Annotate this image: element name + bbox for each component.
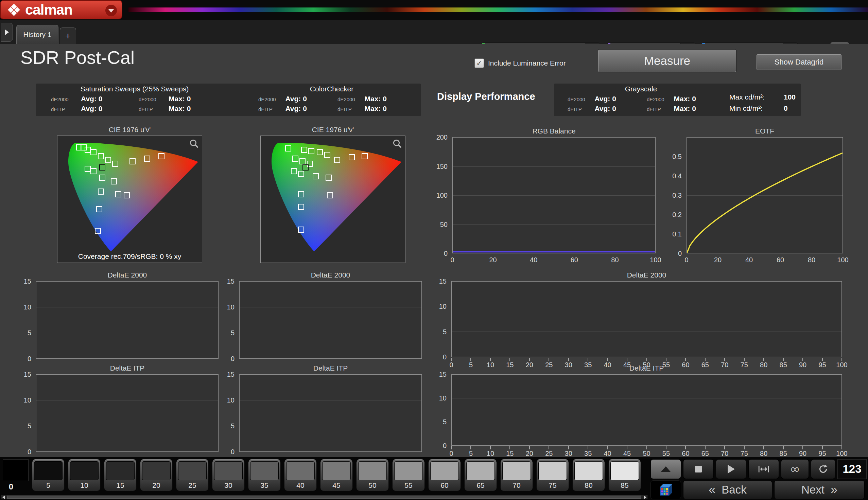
pattern-step-button[interactable]: 40 bbox=[284, 459, 317, 491]
x-tick-mark bbox=[627, 446, 627, 450]
x-tick-label: 30 bbox=[565, 450, 572, 457]
pattern-step-button[interactable]: 25 bbox=[176, 459, 209, 491]
deitp-colorchecker-title: DeltaE ITP bbox=[239, 364, 422, 373]
gridline bbox=[452, 422, 842, 422]
stop-button[interactable] bbox=[683, 459, 714, 479]
tab-history-1[interactable]: History 1 bbox=[16, 25, 58, 44]
zoom-button[interactable] bbox=[392, 139, 402, 149]
scrollbar-thumb[interactable] bbox=[7, 496, 641, 499]
y-tick-label: 15 bbox=[227, 277, 235, 285]
main-menu-arrow-button[interactable] bbox=[105, 5, 117, 16]
pattern-step-0-swatch[interactable] bbox=[3, 459, 29, 481]
x-tick-label: 80 bbox=[611, 256, 619, 264]
max-cd-label: Max cd/m²: bbox=[729, 93, 784, 101]
play-button[interactable] bbox=[716, 459, 746, 479]
expand-right-icon bbox=[5, 29, 9, 35]
x-tick-mark bbox=[842, 358, 842, 361]
measure-button[interactable]: Measure bbox=[598, 49, 736, 72]
eotf-x-axis: 020406080100 bbox=[687, 255, 843, 266]
show-datagrid-button[interactable]: Show Datagrid bbox=[756, 54, 842, 70]
y-tick-label: 10 bbox=[439, 394, 447, 402]
pattern-step-swatch bbox=[502, 461, 531, 480]
horizontal-scrollbar[interactable] bbox=[1, 495, 648, 499]
x-tick-mark bbox=[509, 358, 510, 361]
pattern-step-button[interactable]: 15 bbox=[104, 459, 137, 491]
cie-gamut-horseshoe bbox=[261, 136, 405, 263]
pattern-step-label: 60 bbox=[430, 480, 459, 489]
scroll-left-button[interactable] bbox=[1, 496, 6, 499]
measurement-target-marker bbox=[98, 153, 104, 159]
pattern-step-swatch bbox=[34, 461, 63, 480]
metric-value: Max: 0 bbox=[169, 105, 226, 113]
x-tick-mark bbox=[744, 358, 745, 361]
x-tick-mark bbox=[529, 358, 530, 361]
pattern-step-button[interactable]: 45 bbox=[320, 459, 353, 491]
pattern-panel-expand-button[interactable] bbox=[651, 459, 681, 479]
x-tick-label: 40 bbox=[745, 256, 753, 264]
grayscale-stats-group: Grayscale dE2000 Avg: 0 dE2000 Max: 0 dE… bbox=[556, 83, 726, 113]
pattern-step-button[interactable]: 35 bbox=[248, 459, 281, 491]
min-luminance-row: Min cd/m²: 0 bbox=[729, 104, 796, 112]
y-tick-label: 5 bbox=[27, 422, 31, 430]
pattern-step-label: 15 bbox=[106, 480, 135, 489]
pattern-step-button[interactable]: 20 bbox=[140, 459, 173, 491]
pattern-step-button[interactable]: 80 bbox=[572, 459, 605, 491]
x-tick-mark bbox=[783, 446, 784, 450]
pattern-step-label: 70 bbox=[502, 480, 531, 489]
pattern-step-button[interactable]: 5 bbox=[32, 459, 65, 491]
include-luminance-checkbox-row[interactable]: ✓ Include Luminance Error bbox=[474, 58, 566, 68]
pattern-step-button[interactable]: 60 bbox=[428, 459, 461, 491]
saturation-stats-group: Saturation Sweeps (25% Sweeps) dE2000 Av… bbox=[40, 83, 230, 113]
y-tick-label: 0 bbox=[443, 353, 447, 361]
x-tick-label: 60 bbox=[682, 450, 689, 457]
pattern-step-button[interactable]: 85 bbox=[608, 459, 641, 491]
rgb-balance-chart bbox=[452, 137, 656, 253]
x-tick-label: 20 bbox=[489, 256, 497, 264]
pattern-step-swatch bbox=[286, 461, 315, 480]
x-tick-label: 20 bbox=[526, 450, 533, 457]
zoom-button[interactable] bbox=[189, 139, 199, 149]
pattern-step-button[interactable]: 65 bbox=[464, 459, 497, 491]
calman-menu-button[interactable]: calman bbox=[0, 0, 122, 19]
refresh-button[interactable] bbox=[811, 459, 835, 479]
x-tick-mark bbox=[763, 358, 764, 361]
measurement-target-marker bbox=[301, 147, 307, 153]
de2000-colorchecker-chart bbox=[239, 281, 422, 359]
x-tick-mark bbox=[607, 358, 608, 361]
continuous-loop-button[interactable]: ∞ bbox=[781, 459, 809, 479]
x-tick-label: 95 bbox=[819, 450, 826, 457]
y-tick-label: 15 bbox=[439, 277, 447, 285]
pattern-step-button[interactable]: 30 bbox=[212, 459, 245, 491]
tab-add[interactable]: + bbox=[60, 27, 76, 44]
measurement-counter: 123 bbox=[837, 459, 867, 479]
max-luminance-row: Max cd/m²: 100 bbox=[729, 93, 796, 101]
measurement-target-marker bbox=[96, 206, 102, 212]
pattern-step-button[interactable]: 75 bbox=[536, 459, 569, 491]
x-tick-label: 5 bbox=[469, 450, 473, 457]
next-button[interactable]: Next » bbox=[774, 480, 865, 499]
pattern-step-swatch bbox=[610, 461, 639, 480]
scroll-right-button[interactable] bbox=[643, 496, 647, 499]
x-tick-mark bbox=[509, 446, 510, 450]
include-luminance-label: Include Luminance Error bbox=[488, 59, 566, 67]
x-tick-mark bbox=[724, 446, 725, 450]
y-tick-label: 15 bbox=[227, 371, 235, 378]
pattern-step-button[interactable]: 70 bbox=[500, 459, 533, 491]
de2000-saturation-y-axis: 051015 bbox=[10, 281, 34, 359]
pattern-step-label: 85 bbox=[610, 480, 639, 489]
single-measure-button[interactable] bbox=[748, 459, 779, 479]
metric-value: Max: 0 bbox=[674, 95, 726, 103]
back-button[interactable]: « Back bbox=[683, 480, 772, 499]
pattern-step-button[interactable]: 10 bbox=[68, 459, 101, 491]
deitp-grayscale-title: DeltaE ITP bbox=[451, 364, 842, 373]
measurement-target-marker bbox=[324, 152, 330, 158]
pattern-step-label: 50 bbox=[358, 480, 387, 489]
gridline bbox=[240, 307, 421, 307]
pattern-step-button[interactable]: 55 bbox=[392, 459, 425, 491]
metric-value: Avg: 0 bbox=[285, 95, 338, 103]
pattern-step-button[interactable]: 50 bbox=[356, 459, 389, 491]
lut-pattern-button[interactable] bbox=[651, 480, 681, 499]
pattern-step-label: 80 bbox=[574, 480, 603, 489]
left-panel-expander-button[interactable] bbox=[1, 23, 13, 42]
checkbox-checked-icon[interactable]: ✓ bbox=[474, 58, 484, 68]
